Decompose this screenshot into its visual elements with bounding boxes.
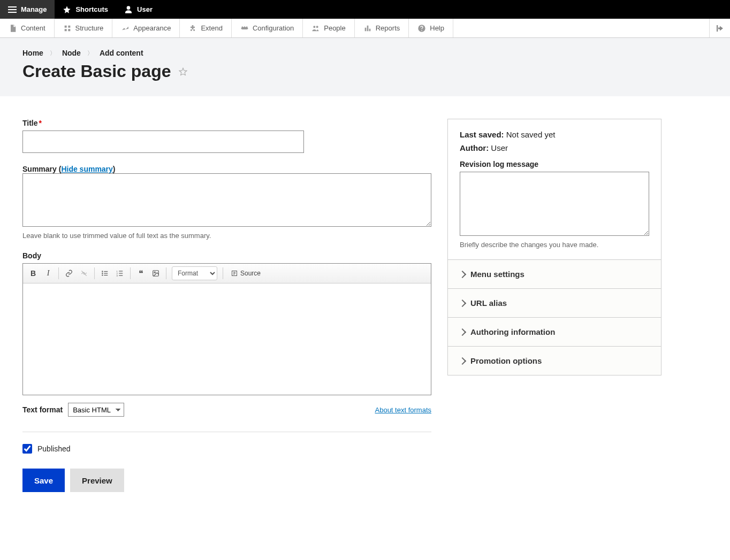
admin-menu-appearance-label: Appearance — [133, 24, 171, 32]
preview-button[interactable]: Preview — [70, 469, 124, 492]
accordion-url-alias[interactable]: URL alias — [448, 288, 661, 317]
shortcuts-link[interactable]: Shortcuts — [55, 0, 116, 19]
structure-icon — [63, 24, 72, 33]
chevron-right-icon — [459, 270, 466, 278]
meta-section: Last saved: Not saved yet Author: User R… — [448, 119, 661, 260]
bold-button[interactable]: B — [26, 266, 40, 280]
summary-textarea[interactable] — [22, 173, 431, 227]
summary-field-wrap: Summary (Hide summary) Leave blank to us… — [22, 165, 431, 240]
extend-icon — [188, 24, 197, 33]
editor-toolbar: B I 123 — [23, 264, 431, 283]
published-checkbox[interactable] — [22, 444, 32, 454]
main-column: Title* Summary (Hide summary) Leave blan… — [22, 119, 431, 492]
unlink-button[interactable] — [77, 266, 91, 280]
admin-menu-help-label: Help — [430, 24, 444, 32]
title-field-wrap: Title* — [22, 119, 431, 153]
ol-icon: 123 — [116, 270, 124, 277]
textformat-select[interactable]: Basic HTML — [68, 403, 124, 417]
star-icon — [63, 5, 71, 14]
toolbar-separator — [223, 267, 223, 279]
about-text-formats-link[interactable]: About text formats — [375, 406, 432, 414]
svg-point-5 — [102, 274, 103, 275]
admin-menu-help[interactable]: Help — [409, 19, 453, 37]
manage-toggle[interactable]: Manage — [0, 0, 55, 19]
hamburger-icon — [8, 5, 17, 14]
page-title: Create Basic page — [22, 62, 708, 81]
reports-icon — [363, 24, 372, 33]
save-button[interactable]: Save — [22, 469, 65, 492]
italic-button[interactable]: I — [41, 266, 55, 280]
title-label-text: Title — [22, 119, 38, 127]
svg-rect-6 — [104, 275, 108, 275]
body-label: Body — [22, 251, 431, 260]
divider — [22, 432, 431, 432]
admin-menu-collapse[interactable] — [709, 19, 730, 37]
hide-summary-link[interactable]: Hide summary — [61, 165, 112, 173]
breadcrumb-current: Add content — [100, 49, 143, 57]
chevron-right-icon — [459, 299, 466, 306]
textformat-row: Text format Basic HTML About text format… — [22, 403, 431, 417]
accordion-authoring-info[interactable]: Authoring information — [448, 317, 661, 346]
svg-rect-12 — [119, 275, 123, 276]
shortcuts-label: Shortcuts — [75, 5, 108, 13]
numbered-list-button[interactable]: 123 — [113, 266, 127, 280]
side-panel: Last saved: Not saved yet Author: User R… — [447, 119, 661, 375]
blockquote-button[interactable]: ❝ — [134, 266, 148, 280]
admin-menu-structure-label: Structure — [75, 24, 104, 32]
author-label: Author: — [460, 143, 489, 152]
accordion-label: Promotion options — [470, 356, 542, 365]
last-saved-label: Last saved: — [460, 130, 504, 139]
sidebar-column: Last saved: Not saved yet Author: User R… — [447, 119, 661, 375]
content-wrap: Title* Summary (Hide summary) Leave blan… — [0, 96, 730, 513]
admin-menu-extend[interactable]: Extend — [180, 19, 231, 37]
admin-menu-content[interactable]: Content — [0, 19, 55, 37]
admin-menu-appearance[interactable]: Appearance — [112, 19, 180, 37]
accordion-promotion-options[interactable]: Promotion options — [448, 346, 661, 375]
published-row: Published — [22, 444, 431, 454]
content-icon — [9, 24, 17, 33]
svg-point-3 — [102, 273, 103, 274]
format-dropdown[interactable]: Format — [172, 266, 217, 280]
admin-menu-people[interactable]: People — [303, 19, 354, 37]
user-menu[interactable]: User — [116, 0, 161, 19]
admin-menu-reports-label: Reports — [376, 24, 400, 32]
required-mark: * — [39, 119, 42, 127]
top-toolbar: Manage Shortcuts User — [0, 0, 730, 19]
admin-menu-configuration-label: Configuration — [253, 24, 294, 32]
accordion-label: Authoring information — [470, 327, 555, 336]
ul-icon — [101, 270, 109, 277]
favorite-star-icon[interactable] — [178, 67, 188, 76]
toolbar-separator — [94, 267, 95, 279]
admin-menu-content-label: Content — [21, 24, 45, 32]
breadcrumb-node[interactable]: Node — [62, 49, 81, 57]
admin-menu-reports[interactable]: Reports — [355, 19, 409, 37]
body-editor[interactable] — [23, 283, 431, 395]
breadcrumb-home[interactable]: Home — [22, 49, 43, 57]
image-button[interactable] — [149, 266, 163, 280]
header-region: Home 〉 Node 〉 Add content Create Basic p… — [0, 38, 730, 96]
source-button[interactable]: Source — [226, 266, 265, 280]
link-button[interactable] — [62, 266, 76, 280]
svg-point-14 — [154, 272, 155, 273]
admin-menu-configuration[interactable]: Configuration — [232, 19, 303, 37]
admin-menu-extend-label: Extend — [201, 24, 222, 32]
admin-menu-structure[interactable]: Structure — [55, 19, 113, 37]
accordion-label: Menu settings — [470, 270, 524, 279]
user-label: User — [137, 5, 153, 13]
published-label[interactable]: Published — [37, 444, 71, 453]
title-label: Title* — [22, 119, 431, 127]
bulleted-list-button[interactable] — [98, 266, 112, 280]
title-input[interactable] — [22, 131, 304, 153]
svg-point-1 — [102, 271, 103, 272]
help-icon — [417, 24, 426, 33]
last-saved-value: Not saved yet — [506, 130, 556, 139]
source-icon — [231, 270, 238, 277]
admin-menu: Content Structure Appearance Extend Conf… — [0, 19, 730, 38]
revision-textarea[interactable] — [460, 172, 649, 236]
svg-rect-10 — [119, 273, 123, 273]
accordion-menu-settings[interactable]: Menu settings — [448, 260, 661, 288]
action-buttons: Save Preview — [22, 469, 431, 492]
collapse-icon — [715, 24, 725, 33]
svg-rect-8 — [119, 271, 123, 271]
author-value: User — [491, 143, 508, 152]
